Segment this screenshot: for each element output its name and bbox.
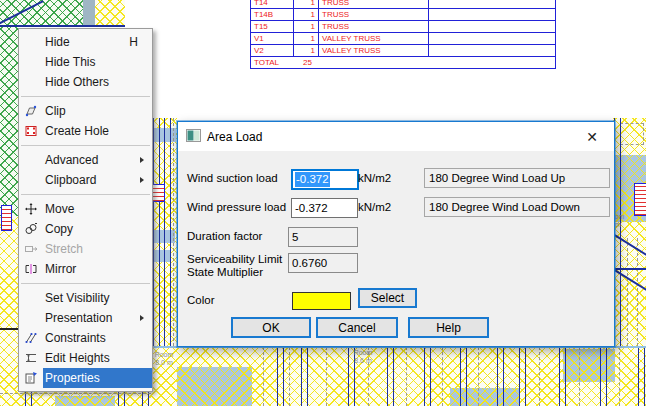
grid-dashed-line (539, 347, 540, 406)
create-hole-icon (19, 124, 43, 138)
grid-dashed-line (442, 347, 443, 406)
wall-lines (600, 347, 607, 406)
help-button[interactable]: Help (408, 317, 489, 338)
menu-separator (21, 194, 150, 195)
field-label: Duration factor (187, 230, 289, 243)
menu-item-set-visibility[interactable]: Set Visibility (19, 288, 152, 308)
close-icon[interactable]: ✕ (582, 127, 602, 147)
menu-item-properties[interactable]: Properties (19, 368, 152, 388)
wall-lines (519, 347, 526, 406)
menu-item-presentation[interactable]: Presentation (19, 308, 152, 328)
table-total-row: TOTAL25 (251, 57, 556, 69)
load-case-description: 180 Degree Wind Load Down (424, 197, 610, 217)
edit-heights-icon (19, 351, 43, 365)
wind-suction-load-input[interactable]: -0.372 (291, 169, 359, 190)
stretch-icon (19, 242, 43, 256)
grid-dashed-line (0, 393, 151, 394)
roof-line (613, 268, 646, 270)
bottom-region (151, 347, 646, 406)
menu-item-copy[interactable]: Copy (19, 219, 152, 239)
truss-marker (634, 183, 646, 216)
context-menu: HideH Hide This Hide Others Clip Create … (18, 28, 153, 392)
load-case-description: 180 Degree Wind Load Up (424, 168, 610, 188)
table-row: T141TRUSS (251, 0, 556, 9)
grid-dashed-line (326, 347, 327, 406)
menu-item-stretch: Stretch (19, 239, 152, 259)
truss-marker (1, 205, 12, 231)
serviceability-multiplier-input[interactable]: 0.6760 (288, 253, 358, 273)
wall-lines (638, 347, 645, 406)
menu-item-create-hole[interactable]: Create Hole (19, 121, 152, 141)
menu-item-advanced[interactable]: Advanced (19, 150, 152, 170)
unit-label: kN/m2 (358, 172, 391, 184)
submenu-arrow-icon (140, 315, 144, 321)
field-label: Wind pressure load (187, 201, 289, 214)
dialog-title: Area Load (207, 130, 262, 144)
cancel-button[interactable]: Cancel (316, 317, 398, 338)
wall-lines (387, 347, 394, 406)
table-row: V11VALLEY TRUSS (251, 33, 556, 45)
constraints-icon (19, 331, 43, 345)
menu-item-hide-others[interactable]: Hide Others (19, 72, 152, 92)
wind-pressure-load-input[interactable]: -0.372 (291, 198, 358, 218)
hatch-band-teal (83, 0, 95, 27)
wall-lines (460, 347, 467, 406)
grid-dashed-rect (620, 123, 644, 145)
menu-item-edit-heights[interactable]: Edit Heights (19, 348, 152, 368)
grid-dashed-line (579, 347, 580, 406)
dialog-titlebar[interactable]: Area Load (178, 122, 614, 151)
table-row: T151TRUSS (251, 21, 556, 33)
submenu-arrow-icon (140, 177, 144, 183)
unit-label: kN/m2 (358, 201, 391, 213)
wall-lines (497, 347, 504, 406)
steel-patch (177, 367, 252, 406)
clip-icon (19, 104, 43, 118)
grid-dashed-line (406, 347, 407, 406)
wall-lines (424, 347, 431, 406)
menu-item-mirror[interactable]: Mirror (19, 259, 152, 279)
menu-item-constraints[interactable]: Constraints (19, 328, 152, 348)
dialog-icon (186, 129, 201, 144)
field-label: Serviceability Limit State Multiplier (187, 253, 289, 279)
area-load-dialog: Area Load ✕ Wind suction load -0.372 kN/… (177, 121, 615, 347)
wall-lines (277, 347, 284, 406)
menu-item-move[interactable]: Move (19, 199, 152, 219)
field-label: Color (187, 294, 289, 307)
table-row: T14B1TRUSS (251, 9, 556, 21)
mirror-icon (19, 262, 43, 276)
steel-patch (563, 349, 615, 382)
truss-marker (151, 184, 165, 202)
ok-button[interactable]: OK (231, 317, 311, 338)
room-label: Room8.0 m (152, 351, 176, 367)
app-canvas: Room8.0 m Room8.6 m Room5 m T141TRUSS T1… (0, 0, 646, 406)
bottom-left-strip (0, 390, 151, 406)
grid-dashed-line (289, 347, 290, 406)
shortcut-key: H (129, 35, 152, 49)
left-strip-yellow (0, 216, 18, 406)
color-swatch (292, 292, 351, 310)
steel-patch (55, 396, 115, 406)
room-label: Room8.6 m (345, 349, 381, 365)
wall-lines (559, 347, 566, 406)
submenu-arrow-icon (140, 157, 144, 163)
menu-item-hide[interactable]: HideH (19, 32, 152, 52)
select-button[interactable]: Select (358, 288, 417, 308)
copy-icon (19, 222, 43, 236)
wall-lines (301, 347, 308, 406)
duration-factor-input[interactable]: 5 (288, 227, 358, 247)
menu-item-clip[interactable]: Clip (19, 101, 152, 121)
grid-dashed-line (478, 347, 479, 406)
menu-separator (21, 283, 150, 284)
left-strip-green (0, 27, 18, 216)
menu-item-hide-this[interactable]: Hide This (19, 52, 152, 72)
properties-icon (19, 371, 43, 385)
move-icon (19, 202, 43, 216)
menu-separator (21, 145, 150, 146)
menu-item-clipboard[interactable]: Clipboard (19, 170, 152, 190)
menu-separator (21, 96, 150, 97)
table-row: V21VALLEY TRUSS (251, 45, 556, 57)
truss-schedule-table: T141TRUSS T14B1TRUSS T151TRUSS V11VALLEY… (250, 0, 556, 69)
grid-dashed-line (263, 347, 264, 406)
wall-line (0, 328, 18, 330)
wall-line (0, 25, 125, 27)
